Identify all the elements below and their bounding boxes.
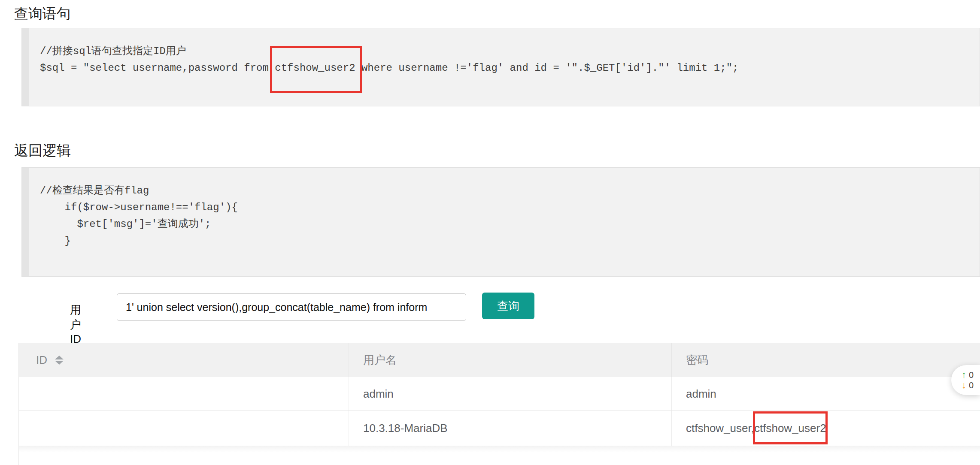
upvote-row[interactable]: ↑ 0 [962,370,980,380]
table-row-empty [19,446,980,465]
logic-line: if($row->username!=='flag'){ [40,199,971,216]
cell-username: admin [349,377,672,411]
return-logic-heading: 返回逻辑 [14,141,71,160]
table-header-row: ID 用户名 密码 [19,343,980,377]
page: 查询语句 //拼接sql语句查找指定ID用户$sql = "select use… [0,0,980,465]
return-logic-codeblock: //检查结果是否有flag if($row->username!=='flag'… [21,167,980,277]
downvote-row[interactable]: ↓ 0 [962,380,980,390]
downvote-count: 0 [969,381,974,390]
logic-line: } [40,232,971,249]
query-submit-button[interactable]: 查询 [482,293,534,319]
header-id-label: ID [36,353,47,367]
password-highlight-red-box: ctfshow_user2 [754,422,826,435]
cell-username: 10.3.18-MariaDB [349,411,672,446]
header-cell-password: 密码 [672,343,980,377]
sql-after: where username !='flag' and id = '".$_GE… [355,62,739,74]
cell-id [19,377,349,411]
sql-highlight-red-box: ctfshow_user2 [275,60,355,76]
table-row: admin admin [19,377,980,411]
sort-descending-icon[interactable] [55,361,64,365]
cell-password: admin [672,377,980,411]
header-cell-id[interactable]: ID [19,343,349,377]
query-sql-codeblock: //拼接sql语句查找指定ID用户$sql = "select username… [21,28,980,106]
password-before: ctfshow_user, [686,422,754,435]
result-table: ID 用户名 密码 admin admin 10.3.18-MariaDB ct… [18,343,980,465]
upvote-arrow-icon[interactable]: ↑ [962,370,966,380]
user-id-label: 用户ID [70,302,81,346]
user-id-input[interactable] [117,293,466,321]
sort-ascending-icon[interactable] [55,356,64,359]
sql-comment-line: //拼接sql语句查找指定ID用户 [40,43,971,60]
header-cell-username: 用户名 [349,343,672,377]
sql-before: $sql = "select username,password from [40,62,275,74]
upvote-count: 0 [969,371,974,379]
vote-badge: ↑ 0 ↓ 0 [951,365,980,395]
cell-id [19,411,349,446]
sort-carets[interactable] [55,356,64,365]
header-username-label: 用户名 [363,353,397,368]
query-statement-heading: 查询语句 [14,4,71,24]
cell-password: ctfshow_user,ctfshow_user2 [672,411,980,446]
downvote-arrow-icon[interactable]: ↓ [962,380,966,390]
table-row: 10.3.18-MariaDB ctfshow_user,ctfshow_use… [19,411,980,446]
logic-line: //检查结果是否有flag [40,182,971,199]
logic-line: $ret['msg']='查询成功'; [40,216,971,232]
header-password-label: 密码 [686,353,708,368]
sql-statement-line: $sql = "select username,password from ct… [40,60,971,76]
